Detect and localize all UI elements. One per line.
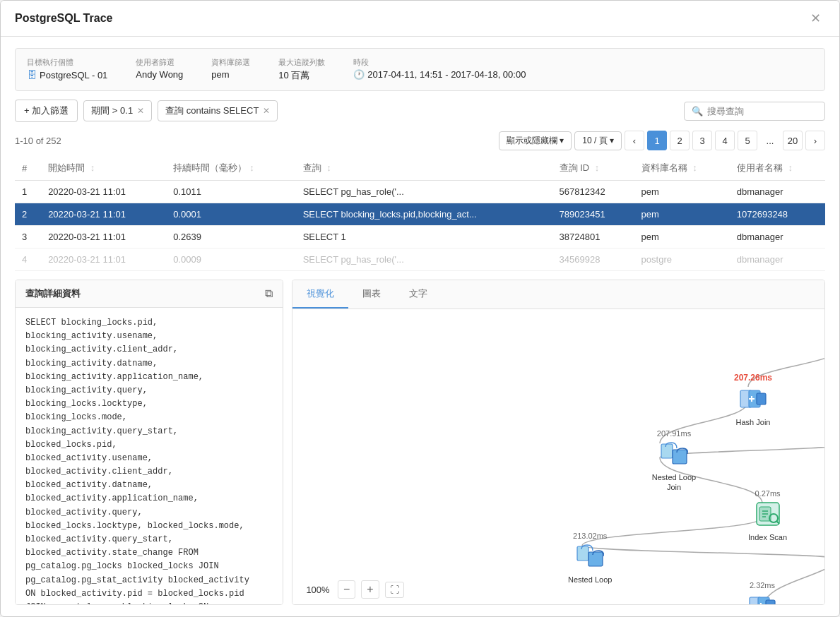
node-icon-nlj	[660, 440, 688, 470]
node-icon-iscan	[754, 500, 782, 530]
meta-period: 時段 🕐 2017-04-11, 14:51 - 2017-04-18, 00:…	[353, 57, 526, 82]
query-detail-header: 查詢詳細資料 ⧉	[16, 280, 283, 308]
cell-user: dbmanager	[730, 248, 825, 271]
meta-db: 資料庫篩選 pem	[211, 57, 250, 82]
main-content: 目標執行個體 🗄 PostgreSQL - 01 使用者篩選 Andy Wong…	[1, 37, 839, 616]
plan-node-iscan[interactable]: 0.27ms Index Scan	[748, 489, 787, 542]
remove-period-filter[interactable]: ✕	[137, 106, 144, 116]
zoom-in-button[interactable]: +	[361, 580, 379, 599]
cell-duration: 0.0009	[166, 248, 295, 271]
cell-query-id: 567812342	[552, 181, 634, 203]
cell-start: 20220-03-21 11:01	[41, 248, 166, 271]
node-time-nl: 213.02ms	[573, 532, 607, 540]
table-row[interactable]: 4 20220-03-21 11:01 0.0009 SELECT pg_has…	[15, 248, 825, 271]
zoom-out-button[interactable]: −	[338, 580, 355, 599]
cell-query: SELECT pg_has_role('...	[296, 181, 552, 203]
show-hide-cols-button[interactable]: 顯示或隱藏欄 ▾	[499, 131, 572, 150]
tab-chart[interactable]: 圖表	[348, 280, 395, 308]
pagination: 顯示或隱藏欄 ▾ 10 / 頁 ▾ ‹ 1 2 3 4 5 ... 20 ›	[499, 131, 825, 150]
remove-query-filter[interactable]: ✕	[263, 106, 270, 116]
cell-num: 1	[15, 181, 41, 203]
meta-target: 目標執行個體 🗄 PostgreSQL - 01	[27, 57, 107, 82]
page-5-button[interactable]: 5	[738, 131, 757, 150]
node-time-hj3: 2.32ms	[750, 581, 775, 589]
window-title: PostgreSQL Trace	[15, 12, 112, 25]
viz-panel: 視覺化 圖表 文字 10ms f (x) Function Scan207.26…	[292, 280, 825, 605]
filter-tag-period: 期間 > 0.1 ✕	[83, 100, 152, 121]
cell-query-id: 34569928	[552, 248, 634, 271]
node-icon-nl	[576, 542, 604, 573]
page-1-button[interactable]: 1	[647, 131, 667, 150]
prev-page-button[interactable]: ‹	[625, 131, 644, 150]
search-input[interactable]	[707, 106, 817, 116]
plan-node-hj1[interactable]: 207.26ms Hash Join	[734, 373, 772, 427]
page-4-button[interactable]: 4	[715, 131, 735, 150]
page-3-button[interactable]: 3	[692, 131, 712, 150]
node-icon-hj1	[739, 385, 767, 415]
cell-query: SELECT blocking_locks.pid,blocking_act..…	[296, 203, 552, 226]
viz-body: 10ms f (x) Function Scan207.26ms Hash Jo…	[292, 309, 824, 604]
svg-rect-42	[766, 600, 775, 604]
svg-rect-5	[757, 393, 766, 405]
table-section: 1-10 of 252 顯示或隱藏欄 ▾ 10 / 頁 ▾ ‹ 1 2 3 4 …	[15, 131, 825, 271]
page-size-selector[interactable]: 10 / 頁 ▾	[574, 131, 622, 150]
col-query-id[interactable]: 查詢 ID ↕	[552, 156, 634, 181]
col-user-name[interactable]: 使用者名稱 ↕	[730, 156, 825, 181]
table-row[interactable]: 3 20220-03-21 11:01 0.2639 SELECT 1 3872…	[15, 226, 825, 248]
node-time-hj1: 207.26ms	[734, 373, 772, 383]
cell-start: 20220-03-21 11:01	[41, 226, 166, 248]
svg-rect-12	[673, 450, 687, 464]
query-detail-panel: 查詢詳細資料 ⧉ SELECT blocking_locks.pid, bloc…	[15, 280, 283, 605]
meta-user: 使用者篩選 Andy Wong	[136, 57, 183, 82]
clock-icon: 🕐	[353, 69, 365, 80]
query-table: # 開始時間 ↕ 持續時間（毫秒）↕ 查詢 ↕ 查詢 ID ↕ 資料庫名稱 ↕ …	[15, 156, 825, 271]
cell-db: pem	[634, 226, 730, 248]
col-start-time[interactable]: 開始時間 ↕	[41, 156, 166, 181]
svg-rect-36	[588, 552, 603, 566]
page-2-button[interactable]: 2	[670, 131, 690, 150]
connection-fn3-nl	[582, 546, 824, 560]
plan-node-hj3[interactable]: 2.32ms	[748, 581, 776, 604]
cell-query-id: 38724801	[552, 226, 634, 248]
plan-node-nlj[interactable]: 207.91ms Nested Loop Join	[646, 429, 702, 493]
tab-visualization[interactable]: 視覺化	[292, 280, 348, 308]
cell-num: 4	[15, 248, 41, 271]
viz-tabs: 視覺化 圖表 文字	[292, 280, 824, 309]
add-filter-button[interactable]: + 加入篩選	[15, 100, 78, 122]
cell-duration: 0.0001	[166, 203, 295, 226]
title-bar: PostgreSQL Trace ✕	[1, 1, 839, 37]
node-time-iscan: 0.27ms	[755, 489, 780, 498]
col-query[interactable]: 查詢 ↕	[296, 156, 552, 181]
cell-user: dbmanager	[730, 181, 825, 203]
page-20-button[interactable]: 20	[783, 131, 803, 150]
page-ellipsis: ...	[760, 131, 780, 150]
filter-tag-query: 查詢 contains SELECT ✕	[158, 100, 278, 121]
main-window: PostgreSQL Trace ✕ 目標執行個體 🗄 PostgreSQL -…	[0, 0, 840, 617]
node-label-nlj: Nested Loop Join	[646, 472, 702, 493]
cell-db: postgre	[634, 248, 730, 271]
search-icon: 🔍	[692, 106, 703, 116]
tab-text[interactable]: 文字	[395, 280, 442, 308]
next-page-button[interactable]: ›	[805, 131, 825, 150]
node-time-nlj: 207.91ms	[657, 429, 691, 438]
close-button[interactable]: ✕	[806, 9, 825, 28]
bottom-section: 查詢詳細資料 ⧉ SELECT blocking_locks.pid, bloc…	[15, 280, 825, 605]
cell-query: SELECT 1	[296, 226, 552, 248]
viz-canvas: 10ms f (x) Function Scan207.26ms Hash Jo…	[292, 309, 824, 604]
table-row[interactable]: 1 20220-03-21 11:01 0.1011 SELECT pg_has…	[15, 181, 825, 203]
cell-duration: 0.2639	[166, 226, 295, 248]
plan-svg	[292, 309, 824, 604]
plan-node-nl[interactable]: 213.02ms Nested Loop	[568, 532, 612, 585]
table-info: 1-10 of 252 顯示或隱藏欄 ▾ 10 / 頁 ▾ ‹ 1 2 3 4 …	[15, 131, 825, 150]
copy-button[interactable]: ⧉	[265, 287, 273, 300]
cell-user: dbmanager	[730, 226, 825, 248]
fullscreen-button[interactable]: ⛶	[385, 582, 404, 598]
meta-bar: 目標執行個體 🗄 PostgreSQL - 01 使用者篩選 Andy Wong…	[15, 48, 825, 91]
table-count: 1-10 of 252	[15, 136, 61, 146]
col-db-name[interactable]: 資料庫名稱 ↕	[634, 156, 730, 181]
table-row[interactable]: 2 20220-03-21 11:01 0.0001 SELECT blocki…	[15, 203, 825, 226]
query-detail-body: SELECT blocking_locks.pid, blocking_acti…	[16, 308, 283, 604]
cell-duration: 0.1011	[166, 181, 295, 203]
cell-num: 2	[15, 203, 41, 226]
col-duration[interactable]: 持續時間（毫秒）↕	[166, 156, 295, 181]
